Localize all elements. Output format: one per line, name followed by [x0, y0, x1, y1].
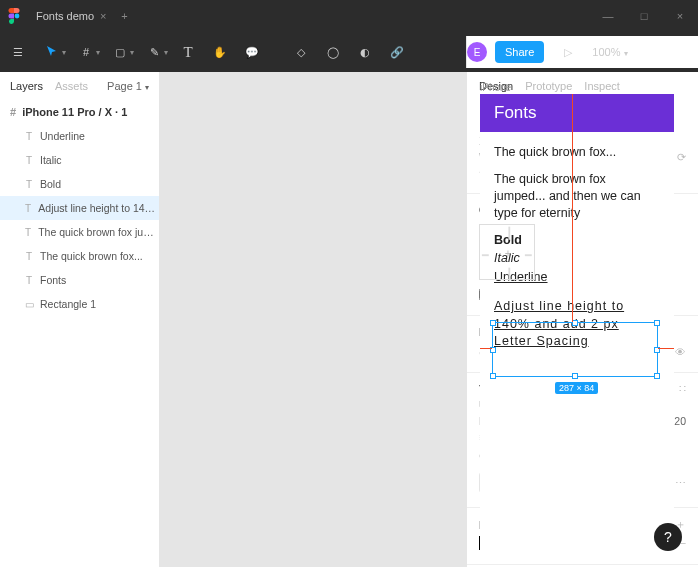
comment-tool-icon[interactable]: 💬 [236, 36, 268, 68]
present-icon[interactable]: ▷ [552, 36, 584, 68]
help-button[interactable]: ? [654, 523, 682, 551]
text-layer-icon: T [24, 275, 34, 286]
text-layer-icon: T [24, 155, 34, 166]
shape-tool-chevron[interactable]: ▾ [130, 48, 134, 57]
artboard-header: Fonts [480, 94, 674, 132]
svg-point-0 [15, 14, 20, 19]
close-window-icon[interactable]: × [662, 10, 698, 22]
layer-item[interactable]: TFonts [0, 268, 159, 292]
rectangle-icon: ▭ [24, 299, 34, 310]
layer-item[interactable]: TItalic [0, 148, 159, 172]
layer-label: The quick brown fox... [40, 250, 143, 262]
selection-dimensions: 287 × 84 [555, 382, 598, 394]
font-size[interactable]: 20 [674, 415, 686, 427]
tab-inspect[interactable]: Inspect [584, 80, 619, 92]
hamburger-menu-icon[interactable]: ☰ [0, 36, 36, 68]
layer-item[interactable]: TBold [0, 172, 159, 196]
frame-icon: # [10, 106, 16, 118]
selection-box[interactable] [492, 322, 658, 377]
constrain-proportions-icon[interactable]: ⟳ [677, 151, 686, 163]
layer-label: Italic [40, 154, 62, 166]
text-layer-icon: T [24, 203, 32, 214]
text-sample-2[interactable]: The quick brown fox jumped... and then w… [494, 171, 660, 222]
type-settings-icon[interactable]: ⋯ [675, 477, 686, 489]
text-layer-icon: T [24, 131, 34, 142]
visibility-icon[interactable]: 👁 [675, 346, 686, 358]
titlebar: Fonts demo × + — □ × [0, 0, 698, 32]
new-tab-button[interactable]: + [115, 10, 135, 22]
avatar[interactable]: E [467, 42, 487, 62]
close-tab-icon[interactable]: × [100, 10, 106, 22]
toolbar: ☰ ▾ #▾ ▢▾ ✎▾ T ✋ 💬 ◇ ◯ ◐ 🔗 E Share ▷ 100… [0, 32, 698, 72]
layer-label: Fonts [40, 274, 66, 286]
layer-item[interactable]: TAdjust line height to 140% an... [0, 196, 159, 220]
move-tool-chevron[interactable]: ▾ [62, 48, 66, 57]
layer-label: Bold [40, 178, 61, 190]
text-layer-icon: T [24, 179, 34, 190]
layer-item[interactable]: TThe quick brown fox... [0, 244, 159, 268]
text-layer-icon: T [24, 227, 32, 238]
canvas[interactable]: iPhone 11 Pro / X · 1 Fonts The quick br… [160, 72, 466, 567]
pen-tool-chevron[interactable]: ▾ [164, 48, 168, 57]
figma-logo [0, 8, 28, 24]
text-sample-1[interactable]: The quick brown fox... [494, 144, 660, 161]
mask-tool-icon[interactable]: ◯ [317, 36, 349, 68]
tab-layers[interactable]: Layers [10, 80, 43, 92]
component-tool-icon[interactable]: ◇ [285, 36, 317, 68]
frame-tool-chevron[interactable]: ▾ [96, 48, 100, 57]
layer-label: The quick brown fox jumped...... [38, 226, 159, 238]
layer-item[interactable]: ▭Rectangle 1 [0, 292, 159, 316]
zoom-level[interactable]: 100% ▾ [592, 46, 627, 58]
layer-label: Rectangle 1 [40, 298, 96, 310]
frame-header[interactable]: # iPhone 11 Pro / X · 1 [0, 100, 159, 124]
layers-list: TUnderlineTItalicTBoldTAdjust line heigh… [0, 124, 159, 567]
layer-label: Underline [40, 130, 85, 142]
tab-prototype[interactable]: Prototype [525, 80, 572, 92]
hand-tool-icon[interactable]: ✋ [204, 36, 236, 68]
minimize-icon[interactable]: — [590, 10, 626, 22]
text-styles-icon[interactable]: ∷ [679, 383, 686, 395]
constraint-box[interactable]: ┃┃ ━━ + [479, 224, 535, 280]
left-panel: Layers Assets Page 1 ▾ # iPhone 11 Pro /… [0, 72, 160, 567]
text-tool-icon[interactable]: T [172, 36, 204, 68]
layer-label: Adjust line height to 140% an... [38, 202, 159, 214]
artboard[interactable]: Fonts The quick brown fox... The quick b… [480, 94, 674, 554]
page-selector[interactable]: Page 1 ▾ [107, 80, 149, 92]
link-tool-icon[interactable]: 🔗 [381, 36, 413, 68]
file-tab-name: Fonts demo [36, 10, 94, 22]
boolean-tool-icon[interactable]: ◐ [349, 36, 381, 68]
share-button[interactable]: Share [495, 41, 544, 63]
maximize-icon[interactable]: □ [626, 10, 662, 22]
tab-assets[interactable]: Assets [55, 80, 88, 92]
layer-item[interactable]: TUnderline [0, 124, 159, 148]
text-layer-icon: T [24, 251, 34, 262]
file-tab[interactable]: Fonts demo × [28, 4, 115, 28]
layer-item[interactable]: TThe quick brown fox jumped...... [0, 220, 159, 244]
